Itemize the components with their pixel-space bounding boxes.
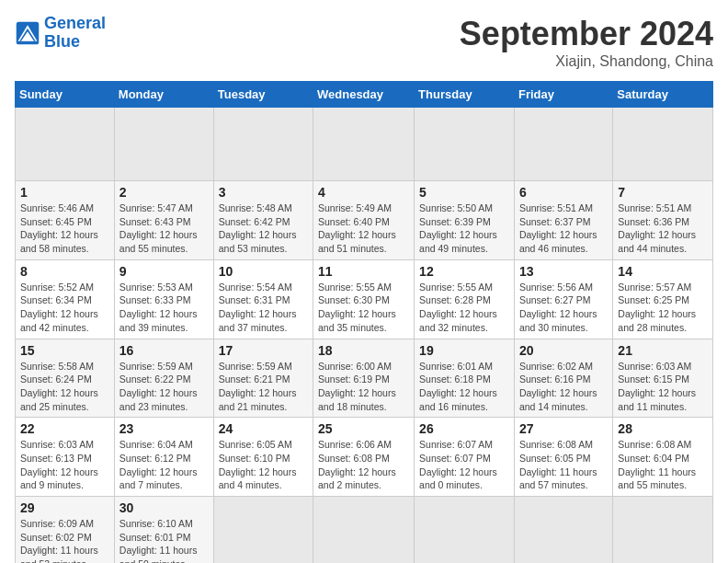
day-info: Sunrise: 5:53 AM Sunset: 6:33 PM Dayligh… <box>119 281 209 335</box>
day-info: Sunrise: 6:02 AM Sunset: 6:16 PM Dayligh… <box>519 360 608 414</box>
calendar-cell: 18Sunrise: 6:00 AM Sunset: 6:19 PM Dayli… <box>313 339 415 418</box>
calendar-cell: 13Sunrise: 5:56 AM Sunset: 6:27 PM Dayli… <box>514 259 612 339</box>
calendar-cell: 20Sunrise: 6:02 AM Sunset: 6:16 PM Dayli… <box>514 339 612 418</box>
day-info: Sunrise: 5:59 AM Sunset: 6:22 PM Dayligh… <box>119 360 209 414</box>
logo-text: General Blue <box>44 15 106 52</box>
day-number: 20 <box>519 343 608 358</box>
day-info: Sunrise: 5:47 AM Sunset: 6:43 PM Dayligh… <box>119 201 209 256</box>
day-info: Sunrise: 5:59 AM Sunset: 6:21 PM Dayligh… <box>219 360 308 414</box>
day-info: Sunrise: 6:01 AM Sunset: 6:18 PM Dayligh… <box>419 360 509 414</box>
calendar-cell: 30Sunrise: 6:10 AM Sunset: 6:01 PM Dayli… <box>114 497 213 564</box>
day-number: 25 <box>318 421 409 436</box>
calendar-cell: 26Sunrise: 6:07 AM Sunset: 6:07 PM Dayli… <box>415 418 515 497</box>
day-info: Sunrise: 5:49 AM Sunset: 6:40 PM Dayligh… <box>318 201 409 256</box>
calendar-row <box>16 108 713 181</box>
calendar-row: 29Sunrise: 6:09 AM Sunset: 6:02 PM Dayli… <box>16 497 713 564</box>
day-info: Sunrise: 6:10 AM Sunset: 6:01 PM Dayligh… <box>119 517 209 563</box>
day-number: 24 <box>219 421 308 436</box>
calendar-cell: 1Sunrise: 5:46 AM Sunset: 6:45 PM Daylig… <box>16 181 115 260</box>
day-info: Sunrise: 6:00 AM Sunset: 6:19 PM Dayligh… <box>318 360 409 414</box>
day-info: Sunrise: 6:03 AM Sunset: 6:15 PM Dayligh… <box>618 360 708 414</box>
header-row: SundayMondayTuesdayWednesdayThursdayFrid… <box>16 82 713 108</box>
day-number: 10 <box>219 264 308 279</box>
calendar-cell: 15Sunrise: 5:58 AM Sunset: 6:24 PM Dayli… <box>16 339 115 418</box>
day-info: Sunrise: 6:03 AM Sunset: 6:13 PM Dayligh… <box>20 438 109 492</box>
day-info: Sunrise: 5:58 AM Sunset: 6:24 PM Dayligh… <box>20 360 109 414</box>
calendar-cell: 9Sunrise: 5:53 AM Sunset: 6:33 PM Daylig… <box>114 259 213 339</box>
calendar-row: 8Sunrise: 5:52 AM Sunset: 6:34 PM Daylig… <box>16 259 713 339</box>
day-number: 4 <box>318 185 409 200</box>
day-number: 28 <box>618 421 708 436</box>
day-number: 29 <box>20 500 109 515</box>
calendar-cell: 8Sunrise: 5:52 AM Sunset: 6:34 PM Daylig… <box>16 259 115 339</box>
day-number: 13 <box>519 264 608 279</box>
calendar-cell <box>613 497 713 564</box>
calendar-cell: 17Sunrise: 5:59 AM Sunset: 6:21 PM Dayli… <box>213 339 313 418</box>
header-cell-wednesday: Wednesday <box>313 82 415 108</box>
calendar-row: 22Sunrise: 6:03 AM Sunset: 6:13 PM Dayli… <box>16 418 713 497</box>
title-block: September 2024 Xiajin, Shandong, China <box>460 15 713 70</box>
day-number: 5 <box>419 185 509 200</box>
day-number: 21 <box>618 343 708 358</box>
day-number: 17 <box>219 343 308 358</box>
page-header: General Blue September 2024 Xiajin, Shan… <box>15 15 713 70</box>
day-info: Sunrise: 5:52 AM Sunset: 6:34 PM Dayligh… <box>20 281 109 335</box>
day-info: Sunrise: 5:57 AM Sunset: 6:25 PM Dayligh… <box>618 281 708 335</box>
calendar-cell: 11Sunrise: 5:55 AM Sunset: 6:30 PM Dayli… <box>313 259 415 339</box>
month-title: September 2024 <box>460 15 713 53</box>
calendar-cell <box>613 108 713 181</box>
day-number: 9 <box>119 264 209 279</box>
day-info: Sunrise: 6:08 AM Sunset: 6:05 PM Dayligh… <box>519 438 608 492</box>
day-info: Sunrise: 5:51 AM Sunset: 6:36 PM Dayligh… <box>618 201 708 256</box>
day-info: Sunrise: 6:08 AM Sunset: 6:04 PM Dayligh… <box>618 438 708 492</box>
day-number: 1 <box>20 185 109 200</box>
calendar-cell: 28Sunrise: 6:08 AM Sunset: 6:04 PM Dayli… <box>613 418 713 497</box>
day-info: Sunrise: 6:07 AM Sunset: 6:07 PM Dayligh… <box>419 438 509 492</box>
calendar-cell: 23Sunrise: 6:04 AM Sunset: 6:12 PM Dayli… <box>114 418 213 497</box>
day-info: Sunrise: 6:06 AM Sunset: 6:08 PM Dayligh… <box>318 438 409 492</box>
day-number: 27 <box>519 421 608 436</box>
day-number: 3 <box>219 185 308 200</box>
day-number: 14 <box>618 264 708 279</box>
calendar-cell <box>514 108 612 181</box>
calendar-table: SundayMondayTuesdayWednesdayThursdayFrid… <box>15 81 713 563</box>
day-number: 15 <box>20 343 109 358</box>
calendar-cell: 14Sunrise: 5:57 AM Sunset: 6:25 PM Dayli… <box>613 259 713 339</box>
header-cell-tuesday: Tuesday <box>213 82 313 108</box>
logo-line1: General <box>44 14 106 32</box>
calendar-cell: 10Sunrise: 5:54 AM Sunset: 6:31 PM Dayli… <box>213 259 313 339</box>
calendar-cell: 16Sunrise: 5:59 AM Sunset: 6:22 PM Dayli… <box>114 339 213 418</box>
day-number: 22 <box>20 421 109 436</box>
day-number: 6 <box>519 185 608 200</box>
day-info: Sunrise: 5:54 AM Sunset: 6:31 PM Dayligh… <box>219 281 308 335</box>
calendar-row: 1Sunrise: 5:46 AM Sunset: 6:45 PM Daylig… <box>16 181 713 260</box>
calendar-cell: 12Sunrise: 5:55 AM Sunset: 6:28 PM Dayli… <box>415 259 515 339</box>
calendar-cell: 19Sunrise: 6:01 AM Sunset: 6:18 PM Dayli… <box>415 339 515 418</box>
calendar-cell: 6Sunrise: 5:51 AM Sunset: 6:37 PM Daylig… <box>514 181 612 260</box>
calendar-cell <box>415 497 515 564</box>
day-info: Sunrise: 5:46 AM Sunset: 6:45 PM Dayligh… <box>20 201 109 256</box>
header-cell-friday: Friday <box>514 82 612 108</box>
day-number: 11 <box>318 264 409 279</box>
day-number: 18 <box>318 343 409 358</box>
calendar-cell <box>313 497 415 564</box>
calendar-cell: 22Sunrise: 6:03 AM Sunset: 6:13 PM Dayli… <box>16 418 115 497</box>
day-info: Sunrise: 5:48 AM Sunset: 6:42 PM Dayligh… <box>219 201 308 256</box>
calendar-cell <box>313 108 415 181</box>
calendar-cell: 29Sunrise: 6:09 AM Sunset: 6:02 PM Dayli… <box>16 497 115 564</box>
day-info: Sunrise: 6:04 AM Sunset: 6:12 PM Dayligh… <box>119 438 209 492</box>
logo: General Blue <box>15 15 106 52</box>
header-cell-saturday: Saturday <box>613 82 713 108</box>
day-info: Sunrise: 5:50 AM Sunset: 6:39 PM Dayligh… <box>419 201 509 256</box>
calendar-cell <box>213 497 313 564</box>
calendar-cell <box>16 108 115 181</box>
day-info: Sunrise: 6:05 AM Sunset: 6:10 PM Dayligh… <box>219 438 308 492</box>
day-info: Sunrise: 5:55 AM Sunset: 6:30 PM Dayligh… <box>318 281 409 335</box>
day-info: Sunrise: 5:56 AM Sunset: 6:27 PM Dayligh… <box>519 281 608 335</box>
calendar-cell: 2Sunrise: 5:47 AM Sunset: 6:43 PM Daylig… <box>114 181 213 260</box>
day-number: 12 <box>419 264 509 279</box>
calendar-cell <box>213 108 313 181</box>
day-number: 19 <box>419 343 509 358</box>
day-number: 8 <box>20 264 109 279</box>
calendar-cell: 25Sunrise: 6:06 AM Sunset: 6:08 PM Dayli… <box>313 418 415 497</box>
